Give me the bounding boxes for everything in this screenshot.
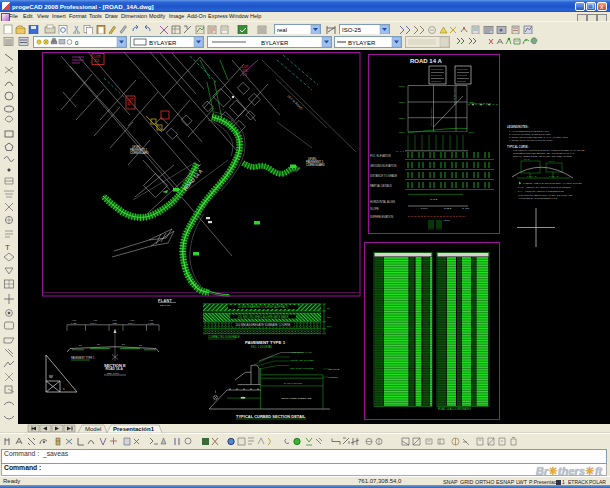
svg-text:2%: 2%	[139, 344, 142, 346]
svg-text:R=150: R=150	[462, 207, 470, 210]
svg-text:GROUND ELEVATION: GROUND ELEVATION	[370, 164, 397, 168]
svg-text:2%: 2%	[122, 343, 125, 345]
svg-text:CONN. ROAD 16 B: CONN. ROAD 16 B	[470, 102, 491, 105]
svg-text:200 MM AGGREGATE SUBBASE COURS: 200 MM AGGREGATE SUBBASE COURSE	[236, 323, 291, 327]
svg-text:35: 35	[127, 102, 131, 106]
svg-text:L.V.C. = LENGTH OF VERTICAL CU: L.V.C. = LENGTH OF VERTICAL CURVE IN MET…	[518, 186, 571, 188]
svg-text:Model: Model	[85, 426, 101, 432]
svg-text:INSTALL ADDED SIGNS AND SAFETY: INSTALL ADDED SIGNS AND SAFETY DEVICES A…	[513, 155, 573, 157]
svg-text:ROAD 14 A: ROAD 14 A	[410, 58, 442, 64]
svg-text:COMPACTED SUBGRADE: COMPACTED SUBGRADE	[208, 335, 240, 339]
svg-text:C.WAY: C.WAY	[90, 322, 97, 324]
svg-text:SUPERELEVATION: SUPERELEVATION	[370, 215, 393, 219]
svg-text:APPROVED BY THE ENGINEER U.N.O: APPROVED BY THE ENGINEER U.N.O.	[518, 197, 558, 199]
svg-text:LANE: LANE	[148, 322, 154, 324]
svg-text:TYPICAL CURVE :: TYPICAL CURVE :	[507, 145, 530, 149]
svg-text:TYPICAL CURBED SECTION DETAIL: TYPICAL CURBED SECTION DETAIL	[236, 414, 306, 419]
svg-text:150 MM Ø: 150 MM Ø	[329, 368, 340, 370]
svg-text:1. ALL DIMENSIONS IN METERS U: 1. ALL DIMENSIONS IN METERS U.N.O.	[509, 130, 550, 132]
svg-text:P.V.C.: P.V.C.	[524, 158, 530, 160]
svg-text:STA 0+120 ELEV: STA 0+120 ELEV	[430, 107, 433, 126]
svg-text:50 MM WEARING COURSE (ASPHALT): 50 MM WEARING COURSE (ASPHALT)	[238, 305, 289, 309]
svg-text:Presentación1: Presentación1	[113, 426, 155, 432]
svg-text:L.V.C. / 2: L.V.C. / 2	[527, 175, 537, 177]
svg-text:real: real	[277, 27, 287, 33]
svg-text:10 m: 10 m	[523, 182, 528, 184]
svg-text:L.V.C. / 2: L.V.C. / 2	[549, 175, 559, 177]
svg-text:ESC. 1:20 DETAIL: ESC. 1:20 DETAIL	[251, 345, 273, 349]
svg-text:N 52 E: N 52 E	[444, 207, 452, 210]
svg-text:PAVEMENT TYPE 1: PAVEMENT TYPE 1	[245, 340, 286, 345]
svg-text:-1.00%: -1.00%	[420, 207, 428, 210]
svg-text:7600: 7600	[399, 85, 405, 88]
svg-text:PAVEMENT TYPE 1: PAVEMENT TYPE 1	[71, 356, 95, 360]
svg-text:150: 150	[327, 316, 332, 319]
svg-text:NOTE : USE THE ABOVE CRITERIA: NOTE : USE THE ABOVE CRITERIA AT VERT. C…	[526, 182, 582, 184]
svg-text:ISO-25: ISO-25	[342, 27, 362, 33]
svg-text:7540: 7540	[399, 131, 405, 134]
svg-text:PARTIAL DETAILS: PARTIAL DETAILS	[370, 184, 392, 188]
svg-text:W: W	[49, 374, 53, 379]
svg-text:THE VERTICAL CURVE SHOWN SHALL: THE VERTICAL CURVE SHOWN SHALL BE PROVID…	[513, 149, 585, 151]
svg-text:LANE: LANE	[71, 322, 77, 324]
svg-text:2. PVMT MARKINGS AS PER DPWH: 2. PVMT MARKINGS AS PER DPWH STD.	[509, 133, 552, 135]
svg-text:P.I. 0+0: P.I. 0+0	[396, 150, 405, 153]
svg-text:MED: MED	[113, 322, 118, 324]
svg-text:P.V.I. = POINT OF VERTICAL INT: P.V.I. = POINT OF VERTICAL INTERSECTION	[518, 190, 564, 192]
svg-text:ESC 1:500: ESC 1:500	[160, 304, 171, 306]
svg-text:LINE OF SEALANT: LINE OF SEALANT	[291, 351, 312, 354]
svg-text:DISTANCE TO GRADE: DISTANCE TO GRADE	[370, 174, 397, 178]
svg-text:200: 200	[327, 325, 332, 328]
svg-text:LEGEND/NOTES :: LEGEND/NOTES :	[507, 125, 529, 129]
svg-text:BYLAYER: BYLAYER	[348, 40, 376, 46]
svg-text:2%: 2%	[97, 343, 100, 345]
svg-text:BYLAYER: BYLAYER	[149, 40, 177, 46]
svg-text:STA 0+240 ELEV: STA 0+240 ELEV	[453, 86, 456, 105]
svg-text:P.V.I. ELEVATION: P.V.I. ELEVATION	[370, 154, 391, 158]
svg-text:PIPE DR.: PIPE DR.	[329, 376, 339, 378]
svg-text:CURB/GUARD: CURB/GUARD	[130, 151, 149, 155]
svg-text:SLOPE: SLOPE	[370, 207, 379, 211]
svg-text:P.V.T.: P.V.T.	[549, 160, 555, 162]
svg-text:ROAD 14-A: ROAD 14-A	[106, 367, 124, 371]
svg-text:4. REFER TO PLAN FOR LIMITS O: 4. REFER TO PLAN FOR LIMITS OF WORK	[509, 139, 553, 141]
svg-text:BASE COURSE: BASE COURSE	[284, 382, 302, 385]
svg-text:150 MM CRUSHED AGGREGATE BASE: 150 MM CRUSHED AGGREGATE BASE	[237, 315, 288, 319]
svg-text:C.WAY: C.WAY	[128, 322, 135, 324]
svg-text:312: 312	[94, 59, 100, 63]
svg-text:CURB/GUARD: CURB/GUARD	[306, 163, 325, 167]
svg-text:N 45 E: N 45 E	[430, 198, 438, 201]
svg-text:2%: 2%	[79, 344, 82, 346]
svg-text:7580: 7580	[399, 101, 405, 104]
svg-text:+2.0%: +2.0%	[443, 219, 451, 222]
svg-text:ESC. 1:100: ESC. 1:100	[107, 372, 119, 374]
svg-text:7560: 7560	[399, 117, 405, 120]
svg-text:ROAD 14 A COORDINATES: ROAD 14 A COORDINATES	[438, 407, 471, 411]
svg-text:HORIZONTAL ALIGN: HORIZONTAL ALIGN	[370, 200, 395, 204]
svg-text:COMPACTED SUBGRADE: COMPACTED SUBGRADE	[281, 397, 312, 400]
svg-text:CURB AND GUTTER: CURB AND GUTTER	[290, 359, 314, 362]
svg-text:7540: 7540	[469, 131, 475, 134]
svg-text:WEARING COURSE: WEARING COURSE	[290, 367, 314, 370]
svg-text:THE MINIMUM LENGTHS SHALL BE A: THE MINIMUM LENGTHS SHALL BE AS SHOWN AN…	[518, 194, 573, 196]
svg-text:BYLAYER: BYLAYER	[261, 40, 289, 46]
svg-text:T: T	[5, 243, 10, 252]
svg-text:PLANT: PLANT	[158, 299, 172, 303]
